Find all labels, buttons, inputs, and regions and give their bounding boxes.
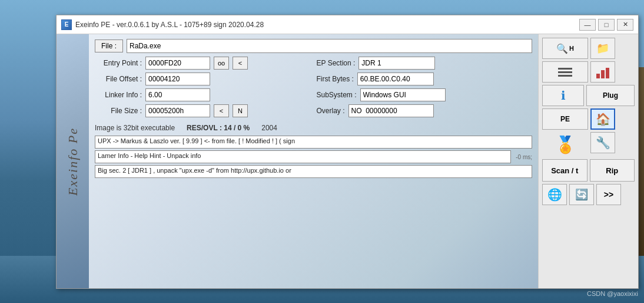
info-button[interactable]: ℹ <box>542 85 584 106</box>
plug-label: Plug <box>603 91 618 100</box>
overlay-row: Overlay : <box>317 104 533 117</box>
entry-point-label: Entry Point : <box>95 59 142 67</box>
file-input[interactable] <box>127 39 532 53</box>
ep-section-input[interactable] <box>358 57 435 70</box>
right-row-2 <box>542 61 635 83</box>
right-row-3: ℹ Plug <box>542 85 635 106</box>
linker-info-label: Linker Info : <box>95 91 142 99</box>
folder-button[interactable]: 📁 <box>590 38 615 59</box>
year-text: 2004 <box>261 124 277 132</box>
exeinfo-watermark-text: Exeinfo Pe <box>65 127 81 196</box>
file-offset-input[interactable] <box>145 73 210 85</box>
form-col-right: EP Section : First Bytes : SubSystem : <box>311 57 533 120</box>
first-bytes-row: First Bytes : <box>317 73 533 85</box>
form-col-left: Entry Point : oo < File Offset : Linker … <box>95 57 311 120</box>
image-info-text: Image is 32bit executable <box>95 124 175 132</box>
rip-button[interactable]: Rip <box>590 159 635 182</box>
stack-icon <box>556 65 575 79</box>
res-ovl-text: RES/OVL : 14 / 0 % <box>187 124 250 132</box>
forward-button[interactable]: >> <box>596 184 621 205</box>
titlebar: E Exeinfo PE - ver.0.0.6.1 by A.S.L - 10… <box>57 15 638 34</box>
folder-icon: 📁 <box>596 42 609 55</box>
first-bytes-label: First Bytes : <box>317 75 354 83</box>
info-icon: ℹ <box>561 88 566 103</box>
watermark: CSDN @yaoxixixi <box>587 290 638 297</box>
entry-point-row: Entry Point : oo < <box>95 57 311 70</box>
restore-button[interactable]: □ <box>598 19 615 31</box>
overlay-label: Overlay : <box>317 107 345 115</box>
wrench-icon: 🔧 <box>596 136 610 150</box>
scan-button[interactable]: Scan / t <box>542 159 587 182</box>
subsystem-input[interactable] <box>360 88 446 101</box>
subsystem-label: SubSystem : <box>317 91 357 99</box>
rip-label: Rip <box>606 166 618 175</box>
search-icon: 🔍 <box>556 43 568 54</box>
window-title: Exeinfo PE - ver.0.0.6.1 by A.S.L - 1075… <box>75 21 579 29</box>
refresh-icon: 🔄 <box>575 188 588 201</box>
plug-button[interactable]: Plug <box>586 85 635 106</box>
wrench-button[interactable]: 🔧 <box>590 132 615 153</box>
overlay-input[interactable] <box>348 104 434 117</box>
pe-label: PE <box>560 115 570 123</box>
progress-text: -0 ms; <box>516 154 532 160</box>
globe-icon: 🌐 <box>547 187 562 202</box>
scan-rip-row: Scan / t Rip <box>542 159 635 182</box>
file-size-input[interactable] <box>145 104 210 117</box>
file-size-lt-button[interactable]: < <box>214 104 229 117</box>
list-button[interactable] <box>542 61 588 83</box>
titlebar-buttons: — □ ✕ <box>579 19 633 31</box>
chart-button[interactable] <box>590 61 615 83</box>
home-button[interactable]: 🏠 <box>590 108 615 130</box>
form-two-col: Entry Point : oo < File Offset : Linker … <box>95 57 532 120</box>
log-box-3: Big sec. 2 [ JDR1 ] , unpack "upx.exe -d… <box>95 165 532 178</box>
pe-button[interactable]: PE <box>542 108 588 130</box>
right-row-5: 🏅 🔧 <box>542 132 635 157</box>
log-box-2: Lamer Info - Help Hint - Unpack info <box>95 150 511 163</box>
right-row-1: 🔍 H 📁 <box>542 38 635 59</box>
log-box-1: UPX -> Markus & Laszlo ver. [ 9.99 ] <- … <box>95 136 532 149</box>
app-icon: E <box>61 19 72 30</box>
first-bytes-input[interactable] <box>357 73 434 85</box>
main-window: E Exeinfo PE - ver.0.0.6.1 by A.S.L - 10… <box>56 15 639 289</box>
right-panel: 🔍 H 📁 <box>538 34 638 288</box>
entry-point-input[interactable] <box>145 57 210 70</box>
file-size-row: File Size : < N <box>95 104 311 117</box>
file-offset-label: File Offset : <box>95 75 142 83</box>
linker-info-row: Linker Info : <box>95 88 311 101</box>
ep-section-row: EP Section : <box>317 57 533 70</box>
subsystem-row: SubSystem : <box>317 88 533 101</box>
ep-oo-button[interactable]: oo <box>214 57 229 70</box>
refresh-button[interactable]: 🔄 <box>569 184 594 205</box>
close-button[interactable]: ✕ <box>617 19 633 31</box>
minimize-button[interactable]: — <box>579 19 596 31</box>
content-area: Exeinfo Pe File : Entry Point : oo < <box>57 34 638 288</box>
file-row: File : <box>95 39 532 53</box>
file-button[interactable]: File : <box>95 39 123 52</box>
log-row-2: Lamer Info - Help Hint - Unpack info -0 … <box>95 150 532 163</box>
h-label: H <box>569 45 574 52</box>
form-area: File : Entry Point : oo < File Offset : <box>89 34 538 288</box>
file-size-label: File Size : <box>95 107 142 115</box>
globe-button[interactable]: 🌐 <box>542 184 567 205</box>
right-row-4: PE 🏠 <box>542 108 635 130</box>
ep-lt-button[interactable]: < <box>233 57 248 70</box>
medal-icon: 🏅 <box>542 132 588 157</box>
forward-icon: >> <box>604 190 613 199</box>
scan-label: Scan / t <box>551 166 578 175</box>
file-offset-row: File Offset : <box>95 73 311 85</box>
bar-chart-icon <box>596 65 609 78</box>
search-h-button[interactable]: 🔍 H <box>542 38 588 59</box>
home-icon: 🏠 <box>596 112 610 126</box>
ep-section-label: EP Section : <box>317 59 356 67</box>
info-row: Image is 32bit executable RES/OVL : 14 /… <box>95 124 532 132</box>
file-size-n-button[interactable]: N <box>233 104 248 117</box>
right-row-7: 🌐 🔄 >> <box>542 184 635 205</box>
linker-info-input[interactable] <box>145 88 210 101</box>
left-decoration: Exeinfo Pe <box>57 34 89 288</box>
